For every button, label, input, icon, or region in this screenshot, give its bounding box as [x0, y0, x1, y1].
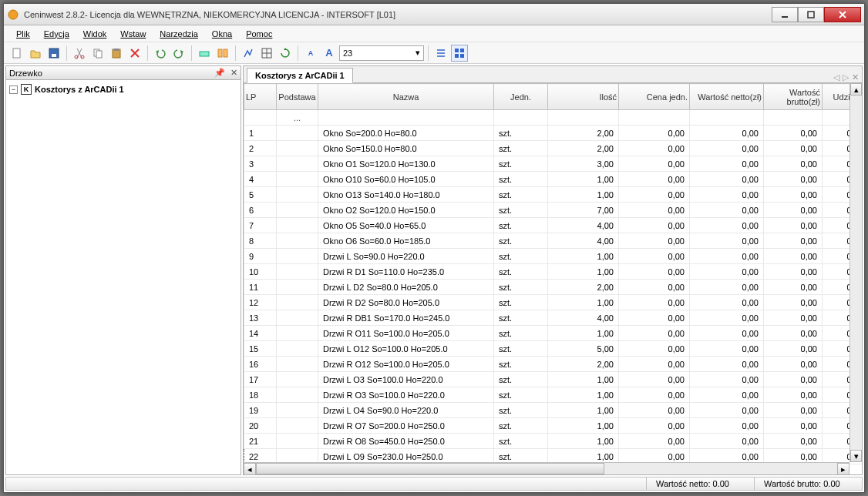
cell-wnetto[interactable]: 0,00: [690, 295, 764, 310]
close-button[interactable]: [824, 7, 861, 22]
cell-nazwa[interactable]: Drzwi R O3 So=100.0 Ho=220.0: [318, 387, 494, 403]
cell-cena[interactable]: 0,00: [619, 295, 690, 310]
cell-nazwa[interactable]: Drzwi R O12 So=100.0 Ho=205.0: [318, 357, 494, 372]
font-large-icon[interactable]: A: [321, 45, 338, 62]
cell-wnetto[interactable]: 0,00: [690, 203, 764, 218]
cell-wbrutto[interactable]: 0,00: [764, 280, 823, 295]
pin-icon[interactable]: 📌: [214, 68, 225, 77]
cell-jedn[interactable]: szt.: [494, 172, 548, 187]
tab-next-icon[interactable]: ▷: [843, 72, 849, 82]
cell-nazwa[interactable]: Drzwi L D2 So=80.0 Ho=205.0: [318, 280, 494, 295]
table-row[interactable]: 4Okno O10 So=60.0 Ho=105.0szt.1,000,000,…: [244, 172, 863, 187]
cell-jedn[interactable]: szt.: [494, 203, 548, 218]
font-small-icon[interactable]: A: [302, 45, 319, 62]
cell-wnetto[interactable]: 0,00: [690, 126, 764, 141]
cell-cena[interactable]: 0,00: [619, 249, 690, 264]
cell-jedn[interactable]: szt.: [494, 141, 548, 156]
cell-cena[interactable]: 0,00: [619, 218, 690, 233]
cell-jedn[interactable]: szt.: [494, 156, 548, 172]
cell-wbrutto[interactable]: 0,00: [764, 403, 823, 418]
table-row[interactable]: 1Okno So=200.0 Ho=80.0szt.2,000,000,000,…: [244, 126, 863, 141]
cell-lp[interactable]: 17: [244, 372, 277, 387]
col-wbrutto[interactable]: Wartość brutto(zł): [764, 84, 823, 110]
col-ilosc[interactable]: Ilość: [548, 84, 619, 110]
cell-ilosc[interactable]: 2,00: [548, 280, 619, 295]
cell-wnetto[interactable]: 0,00: [690, 387, 764, 403]
cell-wbrutto[interactable]: 0,00: [764, 310, 823, 326]
col-nazwa[interactable]: Nazwa: [318, 84, 494, 110]
cell-wbrutto[interactable]: 0,00: [764, 156, 823, 172]
cell-jedn[interactable]: szt.: [494, 126, 548, 141]
tool-c-icon[interactable]: [240, 45, 257, 62]
cell-jedn[interactable]: szt.: [494, 264, 548, 280]
cell-podstawa[interactable]: [277, 264, 318, 280]
cell-podstawa[interactable]: [277, 295, 318, 310]
cell-jedn[interactable]: szt.: [494, 187, 548, 203]
table-row[interactable]: 2Okno So=150.0 Ho=80.0szt.2,000,000,000,…: [244, 141, 863, 156]
cell-ilosc[interactable]: 1,00: [548, 295, 619, 310]
table-row-dots[interactable]: ...: [244, 110, 863, 126]
cell-wbrutto[interactable]: 0,00: [764, 341, 823, 357]
copy-icon[interactable]: [89, 45, 106, 62]
cell-nazwa[interactable]: Drzwi R O7 So=200.0 Ho=250.0: [318, 418, 494, 434]
cell-lp[interactable]: 1: [244, 126, 277, 141]
cell-lp[interactable]: 9: [244, 249, 277, 264]
cell-lp[interactable]: 15: [244, 341, 277, 357]
cell-nazwa[interactable]: Drzwi R D1 So=110.0 Ho=235.0: [318, 264, 494, 280]
refresh-icon[interactable]: [277, 45, 294, 62]
cell-ilosc[interactable]: 1,00: [548, 264, 619, 280]
cell-ilosc[interactable]: 5,00: [548, 341, 619, 357]
cell-wbrutto[interactable]: 0,00: [764, 203, 823, 218]
col-lp[interactable]: LP: [244, 84, 277, 110]
cell-wnetto[interactable]: 0,00: [690, 310, 764, 326]
cell-jedn[interactable]: szt.: [494, 218, 548, 233]
tab-close-icon[interactable]: ✕: [852, 72, 859, 82]
cell-ilosc[interactable]: 2,00: [548, 141, 619, 156]
cell-wnetto[interactable]: 0,00: [690, 218, 764, 233]
cell-lp[interactable]: 8: [244, 233, 277, 249]
table-row[interactable]: 3Okno O1 So=120.0 Ho=130.0szt.3,000,000,…: [244, 156, 863, 172]
tab-kosztorys[interactable]: Kosztorys z ArCADii 1: [247, 68, 353, 83]
cell-ilosc[interactable]: 1,00: [548, 326, 619, 341]
save-icon[interactable]: [45, 45, 62, 62]
cell-podstawa[interactable]: [277, 249, 318, 264]
cell-ilosc[interactable]: 7,00: [548, 203, 619, 218]
cell-jedn[interactable]: szt.: [494, 233, 548, 249]
cell-wnetto[interactable]: 0,00: [690, 357, 764, 372]
col-jedn[interactable]: Jedn.: [494, 84, 548, 110]
cell-nazwa[interactable]: Drzwi R DB1 So=170.0 Ho=245.0: [318, 310, 494, 326]
cell-wbrutto[interactable]: 0,00: [764, 372, 823, 387]
cell-wbrutto[interactable]: 0,00: [764, 249, 823, 264]
cell-podstawa[interactable]: [277, 387, 318, 403]
cell-jedn[interactable]: szt.: [494, 326, 548, 341]
cell-cena[interactable]: 0,00: [619, 326, 690, 341]
cell-ilosc[interactable]: 1,00: [548, 387, 619, 403]
table-row[interactable]: 7Okno O5 So=40.0 Ho=65.0szt.4,000,000,00…: [244, 218, 863, 233]
cell-nazwa[interactable]: Okno So=200.0 Ho=80.0: [318, 126, 494, 141]
table-row[interactable]: 13Drzwi R DB1 So=170.0 Ho=245.0szt.4,000…: [244, 310, 863, 326]
table-row[interactable]: 9Drzwi L So=90.0 Ho=220.0szt.1,000,000,0…: [244, 249, 863, 264]
cell-nazwa[interactable]: Drzwi L O3 So=100.0 Ho=220.0: [318, 372, 494, 387]
cell-podstawa[interactable]: [277, 126, 318, 141]
cell-wbrutto[interactable]: 0,00: [764, 218, 823, 233]
cell-jedn[interactable]: szt.: [494, 310, 548, 326]
table-row[interactable]: 11Drzwi L D2 So=80.0 Ho=205.0szt.2,000,0…: [244, 280, 863, 295]
cell-podstawa[interactable]: [277, 310, 318, 326]
menu-okna[interactable]: Okna: [206, 28, 238, 40]
cell-cena[interactable]: 0,00: [619, 187, 690, 203]
tree-collapse-icon[interactable]: −: [9, 85, 18, 94]
cell-ilosc[interactable]: 2,00: [548, 126, 619, 141]
cell-wnetto[interactable]: 0,00: [690, 280, 764, 295]
cell-lp[interactable]: 4: [244, 172, 277, 187]
table-row[interactable]: 19Drzwi L O4 So=90.0 Ho=220.0szt.1,000,0…: [244, 403, 863, 418]
cell-podstawa[interactable]: [277, 141, 318, 156]
cell-ilosc[interactable]: 1,00: [548, 187, 619, 203]
cell-ilosc[interactable]: 1,00: [548, 434, 619, 449]
menu-plik[interactable]: Plik: [10, 28, 36, 40]
cell-podstawa[interactable]: [277, 172, 318, 187]
cell-wnetto[interactable]: 0,00: [690, 187, 764, 203]
cell-wnetto[interactable]: 0,00: [690, 141, 764, 156]
cell-jedn[interactable]: szt.: [494, 295, 548, 310]
cell-nazwa[interactable]: Drzwi L O12 So=100.0 Ho=205.0: [318, 341, 494, 357]
cell-lp[interactable]: 6: [244, 203, 277, 218]
